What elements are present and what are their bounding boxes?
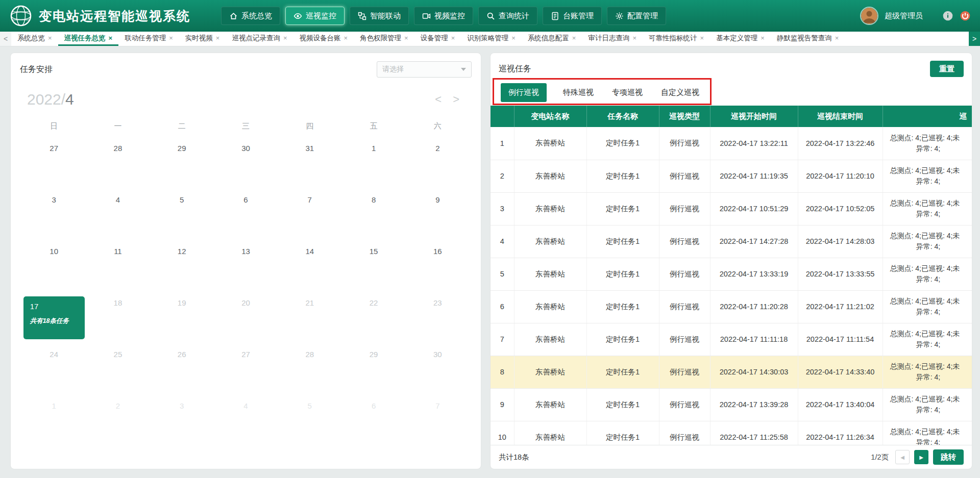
calendar-day[interactable]: 30 bbox=[214, 137, 278, 188]
tab-item-6[interactable]: 角色权限管理× bbox=[354, 32, 414, 46]
calendar-day[interactable]: 26 bbox=[150, 343, 214, 394]
tab-item-11[interactable]: 可靠性指标统计× bbox=[643, 32, 710, 46]
table-row[interactable]: 2东善桥站定时任务1例行巡视2022-04-17 11:19:352022-04… bbox=[491, 160, 972, 192]
tab-item-10[interactable]: 审计日志查询× bbox=[582, 32, 643, 46]
tab-item-1[interactable]: 巡视任务总览× bbox=[58, 32, 119, 46]
table-row[interactable]: 6东善桥站定时任务1例行巡视2022-04-17 11:20:282022-04… bbox=[491, 290, 972, 323]
tab-item-9[interactable]: 系统信息配置× bbox=[522, 32, 582, 46]
table-row[interactable]: 10东善桥站定时任务1例行巡视2022-04-17 11:25:582022-0… bbox=[491, 421, 972, 445]
tab-item-12[interactable]: 基本定义管理× bbox=[710, 32, 771, 46]
calendar-day[interactable]: 6 bbox=[341, 394, 405, 446]
close-icon[interactable]: × bbox=[169, 34, 173, 42]
avatar[interactable] bbox=[860, 7, 878, 25]
calendar-day[interactable]: 23 bbox=[406, 291, 470, 343]
close-icon[interactable]: × bbox=[632, 34, 636, 42]
calendar-day[interactable]: 11 bbox=[86, 240, 150, 291]
tab-item-13[interactable]: 静默监视告警查询× bbox=[771, 32, 845, 46]
tab-scroll-right-button[interactable]: > bbox=[969, 32, 980, 46]
next-page-button[interactable]: ▶ bbox=[914, 450, 928, 464]
calendar-day[interactable]: 24 bbox=[22, 343, 86, 394]
calendar-next-button[interactable]: > bbox=[453, 94, 459, 105]
calendar-day[interactable]: 5 bbox=[150, 188, 214, 240]
calendar-day[interactable]: 31 bbox=[278, 137, 341, 188]
filter-special-inspection[interactable]: 特殊巡视 bbox=[561, 83, 596, 102]
close-icon[interactable]: × bbox=[109, 34, 113, 42]
tab-item-4[interactable]: 巡视点记录查询× bbox=[226, 32, 293, 46]
tab-item-3[interactable]: 实时视频× bbox=[179, 32, 226, 46]
table-row[interactable]: 8东善桥站定时任务1例行巡视2022-04-17 14:30:032022-04… bbox=[491, 356, 972, 388]
calendar-day[interactable]: 22 bbox=[341, 291, 405, 343]
calendar-day[interactable]: 7 bbox=[278, 188, 341, 240]
calendar-day[interactable]: 4 bbox=[214, 394, 278, 446]
calendar-day[interactable]: 9 bbox=[406, 188, 470, 240]
calendar-day[interactable]: 13 bbox=[214, 240, 278, 291]
calendar-prev-button[interactable]: < bbox=[435, 94, 442, 105]
nav-video-monitoring[interactable]: 视频监控 bbox=[414, 7, 473, 25]
task-filter-select[interactable]: 请选择 bbox=[377, 61, 472, 78]
nav-system-overview[interactable]: 系统总览 bbox=[221, 7, 280, 25]
calendar-day[interactable]: 18 bbox=[86, 291, 150, 343]
close-icon[interactable]: × bbox=[511, 34, 516, 42]
nav-query-statistics[interactable]: 查询统计 bbox=[478, 7, 537, 25]
calendar-day[interactable]: 20 bbox=[214, 291, 278, 343]
filter-routine-inspection[interactable]: 例行巡视 bbox=[501, 83, 547, 102]
power-icon[interactable] bbox=[960, 10, 971, 21]
close-icon[interactable]: × bbox=[283, 34, 287, 42]
close-icon[interactable]: × bbox=[216, 34, 220, 42]
close-icon[interactable]: × bbox=[572, 34, 576, 42]
tab-item-2[interactable]: 联动任务管理× bbox=[118, 32, 179, 46]
calendar-day[interactable]: 19 bbox=[150, 291, 214, 343]
calendar-day[interactable]: 25 bbox=[86, 343, 150, 394]
calendar-day[interactable]: 8 bbox=[341, 188, 405, 240]
filter-dedicated-inspection[interactable]: 专项巡视 bbox=[610, 83, 645, 102]
calendar-day[interactable]: 1 bbox=[22, 394, 86, 446]
close-icon[interactable]: × bbox=[835, 34, 839, 42]
calendar-day[interactable]: 6 bbox=[214, 188, 278, 240]
calendar-day[interactable]: 12 bbox=[150, 240, 214, 291]
calendar-day[interactable]: 21 bbox=[278, 291, 341, 343]
table-row[interactable]: 3东善桥站定时任务1例行巡视2022-04-17 10:51:292022-04… bbox=[491, 192, 972, 225]
close-icon[interactable]: × bbox=[48, 34, 52, 42]
tab-item-5[interactable]: 视频设备台账× bbox=[293, 32, 354, 46]
table-row[interactable]: 1东善桥站定时任务1例行巡视2022-04-17 13:22:112022-04… bbox=[491, 127, 972, 160]
calendar-day[interactable]: 14 bbox=[278, 240, 341, 291]
nav-inspection-monitoring[interactable]: 巡视监控 bbox=[285, 7, 345, 25]
filter-custom-inspection[interactable]: 自定义巡视 bbox=[659, 83, 701, 102]
close-icon[interactable]: × bbox=[451, 34, 455, 42]
prev-page-button[interactable]: ◀ bbox=[895, 450, 910, 464]
calendar-day[interactable]: 7 bbox=[406, 394, 470, 446]
calendar-day[interactable]: 27 bbox=[22, 137, 86, 188]
table-row[interactable]: 4东善桥站定时任务1例行巡视2022-04-17 14:27:282022-04… bbox=[491, 225, 972, 258]
calendar-day[interactable]: 3 bbox=[22, 188, 86, 240]
calendar-day[interactable]: 2 bbox=[86, 394, 150, 446]
calendar-day[interactable]: 5 bbox=[278, 394, 341, 446]
jump-button[interactable]: 跳转 bbox=[933, 449, 964, 465]
calendar-day[interactable]: 29 bbox=[150, 137, 214, 188]
calendar-day-selected[interactable]: 17共有18条任务 bbox=[22, 291, 86, 343]
calendar-day[interactable]: 4 bbox=[86, 188, 150, 240]
reset-button[interactable]: 重置 bbox=[930, 61, 964, 77]
calendar-day[interactable]: 30 bbox=[406, 343, 470, 394]
tab-item-0[interactable]: 系统总览× bbox=[11, 32, 58, 46]
nav-ledger-management[interactable]: 台账管理 bbox=[543, 7, 602, 25]
calendar-day[interactable]: 28 bbox=[278, 343, 341, 394]
info-icon[interactable] bbox=[942, 10, 953, 21]
table-row[interactable]: 7东善桥站定时任务1例行巡视2022-04-17 11:11:182022-04… bbox=[491, 323, 972, 356]
nav-smart-linkage[interactable]: 智能联动 bbox=[350, 7, 409, 25]
nav-config-management[interactable]: 配置管理 bbox=[607, 7, 666, 25]
close-icon[interactable]: × bbox=[344, 34, 348, 42]
calendar-day[interactable]: 3 bbox=[150, 394, 214, 446]
calendar-day[interactable]: 15 bbox=[341, 240, 405, 291]
calendar-day[interactable]: 1 bbox=[341, 137, 405, 188]
calendar-day[interactable]: 29 bbox=[341, 343, 405, 394]
close-icon[interactable]: × bbox=[761, 34, 765, 42]
close-icon[interactable]: × bbox=[700, 34, 704, 42]
calendar-day[interactable]: 16 bbox=[406, 240, 470, 291]
calendar-day[interactable]: 27 bbox=[214, 343, 278, 394]
tab-item-7[interactable]: 设备管理× bbox=[414, 32, 461, 46]
tab-scroll-left-button[interactable]: < bbox=[0, 32, 11, 46]
close-icon[interactable]: × bbox=[404, 34, 408, 42]
table-row[interactable]: 9东善桥站定时任务1例行巡视2022-04-17 13:39:282022-04… bbox=[491, 388, 972, 421]
table-row[interactable]: 5东善桥站定时任务1例行巡视2022-04-17 13:33:192022-04… bbox=[491, 258, 972, 290]
tab-item-8[interactable]: 识别策略管理× bbox=[461, 32, 522, 46]
